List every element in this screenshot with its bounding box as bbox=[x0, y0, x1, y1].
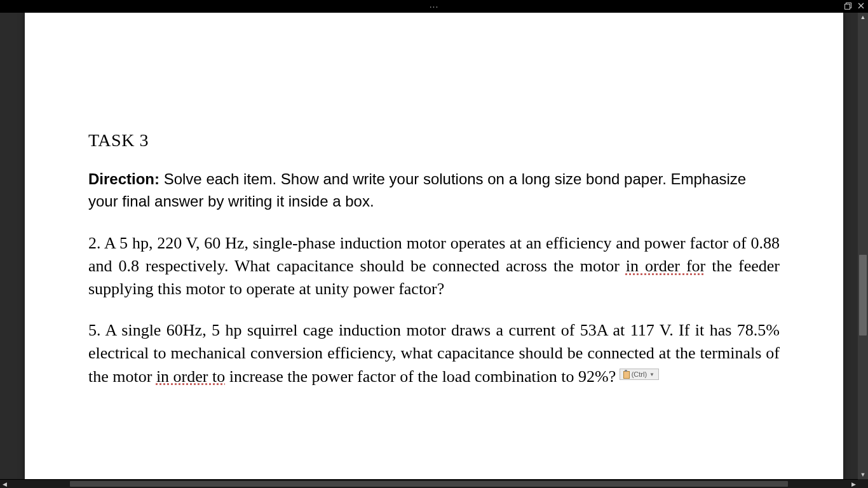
titlebar-ellipsis: ··· bbox=[430, 2, 439, 11]
scroll-up-arrow[interactable]: ▲ bbox=[858, 13, 868, 22]
paste-options-button[interactable]: (Ctrl) ▼ bbox=[620, 369, 659, 380]
chevron-down-icon: ▼ bbox=[649, 372, 654, 377]
direction-text: Solve each item. Show and write your sol… bbox=[88, 170, 746, 210]
horizontal-scroll-thumb[interactable] bbox=[70, 481, 788, 487]
document-page: TASK 3 Direction: Solve each item. Show … bbox=[25, 13, 843, 479]
document-workspace: TASK 3 Direction: Solve each item. Show … bbox=[0, 13, 868, 479]
vertical-scroll-thumb[interactable] bbox=[859, 255, 867, 336]
direction-label: Direction: bbox=[88, 170, 159, 187]
vertical-scroll-track[interactable] bbox=[858, 22, 868, 470]
clipboard-icon bbox=[623, 370, 630, 379]
scrollbar-corner bbox=[858, 479, 868, 488]
q5-underlined-phrase: in order to bbox=[156, 367, 225, 386]
paste-options-label: (Ctrl) bbox=[632, 370, 647, 378]
scroll-down-arrow[interactable]: ▼ bbox=[858, 470, 868, 479]
restore-icon[interactable] bbox=[844, 3, 851, 11]
direction-paragraph: Direction: Solve each item. Show and wri… bbox=[88, 168, 780, 213]
vertical-scrollbar[interactable]: ▲ ▼ bbox=[858, 13, 868, 479]
question-2: 2. A 5 hp, 220 V, 60 Hz, single-phase in… bbox=[88, 232, 780, 301]
q2-underlined-phrase: in order for bbox=[626, 257, 705, 275]
scroll-right-arrow[interactable]: ▶ bbox=[849, 480, 858, 488]
task-title: TASK 3 bbox=[88, 130, 780, 151]
horizontal-scrollbar[interactable]: ◀ ▶ bbox=[0, 479, 858, 488]
window-controls bbox=[844, 0, 864, 13]
svg-rect-1 bbox=[845, 4, 850, 9]
question-5: 5. A single 60Hz, 5 hp squirrel cage ind… bbox=[88, 319, 780, 388]
close-icon[interactable] bbox=[858, 3, 864, 10]
q5-text-post: increase the power factor of the load co… bbox=[225, 367, 616, 386]
scroll-left-arrow[interactable]: ◀ bbox=[0, 480, 9, 488]
titlebar: ··· bbox=[0, 0, 868, 13]
